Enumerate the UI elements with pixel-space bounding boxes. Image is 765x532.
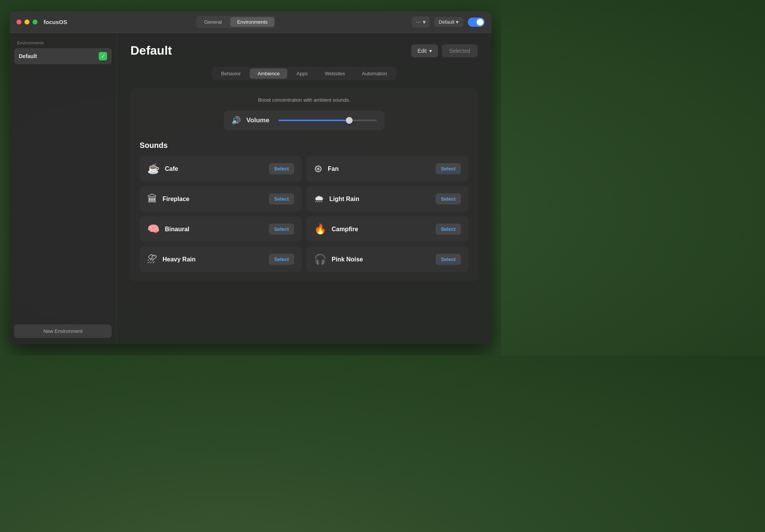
tab-apps[interactable]: Apps bbox=[289, 68, 316, 79]
sound-name-cafe: Cafe bbox=[165, 165, 264, 172]
fireplace-icon: 🏛 bbox=[147, 193, 157, 205]
volume-slider[interactable] bbox=[278, 120, 377, 121]
nav-tabs: General Environments bbox=[196, 16, 276, 28]
main-content: Default Edit ▾ Selected Behavior Ambienc… bbox=[117, 33, 492, 344]
sounds-title: Sounds bbox=[140, 141, 469, 150]
tab-websites[interactable]: Websites bbox=[317, 68, 353, 79]
page-title: Default bbox=[130, 44, 172, 58]
sound-card-cafe: ☕ Cafe Select bbox=[140, 156, 302, 182]
sound-card-fan: ⊛ Fan Select bbox=[306, 156, 469, 182]
boost-text: Boost concentration with ambient sounds. bbox=[140, 97, 469, 103]
header-buttons: Edit ▾ Selected bbox=[411, 44, 478, 57]
cafe-icon: ☕ bbox=[147, 163, 160, 175]
heavy-rain-icon: ⛈ bbox=[147, 253, 157, 265]
new-environment-button[interactable]: New Environment bbox=[14, 324, 112, 338]
sound-card-fireplace: 🏛 Fireplace Select bbox=[140, 186, 302, 212]
selected-button[interactable]: Selected bbox=[442, 44, 478, 57]
edit-button[interactable]: Edit ▾ bbox=[411, 44, 438, 57]
select-cafe-button[interactable]: Select bbox=[269, 163, 294, 174]
sound-name-fireplace: Fireplace bbox=[163, 196, 264, 203]
select-campfire-button[interactable]: Select bbox=[436, 224, 461, 235]
sound-card-binaural: 🧠 Binaural Select bbox=[140, 216, 302, 242]
sound-name-campfire: Campfire bbox=[332, 226, 430, 233]
campfire-icon: 🔥 bbox=[314, 223, 326, 235]
toggle-knob bbox=[477, 19, 483, 26]
select-fireplace-button[interactable]: Select bbox=[269, 193, 294, 204]
sounds-grid: ☕ Cafe Select ⊛ Fan Select 🏛 Fireplace S… bbox=[140, 156, 469, 272]
edit-chevron-icon: ▾ bbox=[429, 48, 432, 54]
ambience-panel: Boost concentration with ambient sounds.… bbox=[130, 88, 478, 281]
sound-name-fan: Fan bbox=[328, 165, 430, 172]
select-heavy-rain-button[interactable]: Select bbox=[269, 254, 294, 265]
volume-icon: 🔊 bbox=[231, 116, 241, 125]
sidebar: Environments Default ✓ New Environment bbox=[10, 33, 117, 344]
tab-environments[interactable]: Environments bbox=[230, 17, 274, 27]
binaural-icon: 🧠 bbox=[147, 223, 160, 235]
edit-label: Edit bbox=[417, 48, 426, 54]
more-button[interactable]: ··· ▾ bbox=[412, 16, 429, 28]
volume-row: 🔊 Volume bbox=[224, 110, 384, 130]
select-fan-button[interactable]: Select bbox=[436, 163, 461, 174]
sidebar-item-label: Default bbox=[19, 53, 37, 59]
tabs-bar: Behavior Ambience Apps Websites Automati… bbox=[212, 67, 396, 80]
sound-card-pink-noise: 🎧 Pink Noise Select bbox=[306, 247, 469, 272]
check-icon: ✓ bbox=[99, 52, 107, 60]
sound-card-heavy-rain: ⛈ Heavy Rain Select bbox=[140, 247, 302, 272]
sidebar-section-label: Environments bbox=[14, 39, 112, 48]
traffic-lights bbox=[16, 19, 37, 24]
more-dots-icon: ··· bbox=[416, 19, 421, 26]
pink-noise-icon: 🎧 bbox=[314, 253, 326, 265]
select-light-rain-button[interactable]: Select bbox=[436, 193, 461, 204]
tab-ambience[interactable]: Ambience bbox=[250, 68, 287, 79]
sound-name-light-rain: Light Rain bbox=[329, 196, 430, 203]
volume-label: Volume bbox=[246, 117, 269, 124]
main-header: Default Edit ▾ Selected bbox=[130, 44, 478, 58]
chevron-icon: ▾ bbox=[423, 18, 426, 26]
fan-icon: ⊛ bbox=[314, 163, 322, 175]
sound-name-pink-noise: Pink Noise bbox=[332, 256, 430, 263]
light-rain-icon: 🌧 bbox=[314, 193, 324, 205]
tab-automation[interactable]: Automation bbox=[354, 68, 395, 79]
titlebar: focusOS General Environments ··· ▾ Defau… bbox=[10, 11, 492, 33]
app-title: focusOS bbox=[44, 19, 67, 25]
default-label: Default bbox=[439, 19, 454, 25]
sound-card-light-rain: 🌧 Light Rain Select bbox=[306, 186, 469, 212]
sound-card-campfire: 🔥 Campfire Select bbox=[306, 216, 469, 242]
slider-fill bbox=[278, 120, 349, 121]
chevron-down-icon: ▾ bbox=[456, 19, 459, 25]
titlebar-right: ··· ▾ Default ▾ bbox=[404, 16, 485, 28]
sidebar-item-default[interactable]: Default ✓ bbox=[14, 48, 112, 64]
slider-thumb[interactable] bbox=[346, 117, 353, 124]
focus-toggle[interactable] bbox=[468, 18, 485, 27]
tab-behavior[interactable]: Behavior bbox=[213, 68, 248, 79]
close-button[interactable] bbox=[16, 19, 21, 24]
minimize-button[interactable] bbox=[24, 19, 29, 24]
tab-general[interactable]: General bbox=[197, 17, 229, 27]
select-pink-noise-button[interactable]: Select bbox=[436, 254, 461, 265]
sound-name-heavy-rain: Heavy Rain bbox=[163, 256, 264, 263]
default-dropdown[interactable]: Default ▾ bbox=[434, 17, 463, 27]
sound-name-binaural: Binaural bbox=[165, 226, 264, 233]
body: Environments Default ✓ New Environment D… bbox=[10, 33, 492, 344]
select-binaural-button[interactable]: Select bbox=[269, 224, 294, 235]
app-window: focusOS General Environments ··· ▾ Defau… bbox=[10, 11, 492, 344]
fullscreen-button[interactable] bbox=[33, 19, 37, 24]
